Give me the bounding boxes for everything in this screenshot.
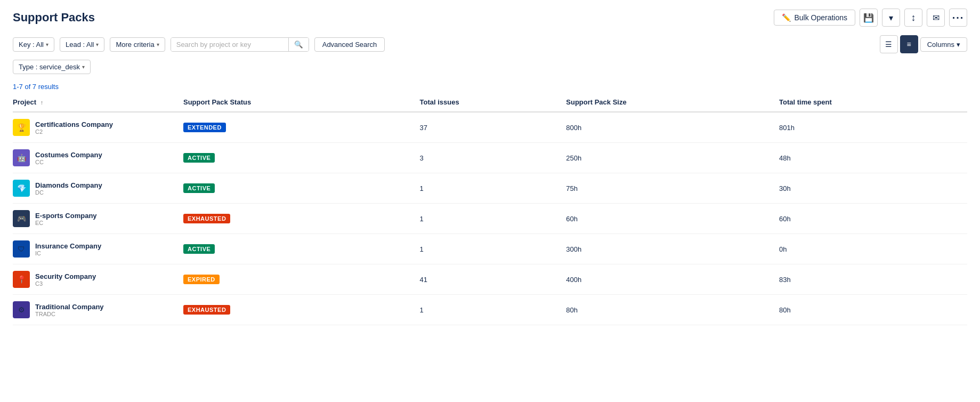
time-spent-cell: 60h xyxy=(779,204,967,234)
project-name[interactable]: Security Company xyxy=(35,272,96,280)
view-toggle: ☰ ≡ Columns ▾ xyxy=(880,35,967,53)
save-icon: 💾 xyxy=(863,13,874,23)
column-pack-size: Support Pack Size xyxy=(566,93,779,112)
type-filter[interactable]: Type : service_desk ▾ xyxy=(13,60,91,74)
save-button[interactable]: 💾 xyxy=(860,9,878,27)
status-badge: ACTIVE xyxy=(183,244,215,254)
header-actions: ✏️ Bulk Operations 💾 ▾ ↕ ✉ ··· xyxy=(774,9,967,27)
project-name[interactable]: Costumes Company xyxy=(35,151,102,159)
mail-button[interactable]: ✉ xyxy=(927,9,945,27)
page-header: Support Packs ✏️ Bulk Operations 💾 ▾ ↕ ✉… xyxy=(0,0,980,31)
pack-size-cell: 800h xyxy=(566,112,779,143)
table-row[interactable]: 🛡 Insurance Company IC ACTIVE 1 300h 0h xyxy=(13,234,967,264)
more-options-button[interactable]: ··· xyxy=(949,9,967,27)
project-key: IC xyxy=(35,250,101,256)
project-key: CC xyxy=(35,159,102,165)
more-criteria-label: More criteria xyxy=(116,41,154,49)
status-cell: ACTIVE xyxy=(183,234,420,264)
columns-chevron-icon: ▾ xyxy=(957,41,960,49)
more-criteria-filter[interactable]: More criteria ▾ xyxy=(110,37,165,52)
more-icon: ··· xyxy=(952,12,965,24)
time-spent-cell: 80h xyxy=(779,295,967,325)
column-total-issues: Total issues xyxy=(420,93,566,112)
project-info: Insurance Company IC xyxy=(35,242,101,256)
project-avatar: 📍 xyxy=(13,271,30,288)
results-count-label: 1-7 of 7 results xyxy=(13,83,59,91)
project-name[interactable]: E-sports Company xyxy=(35,212,97,220)
column-status-label: Support Pack Status xyxy=(183,98,251,106)
columns-label: Columns xyxy=(927,41,954,49)
total-issues-cell: 1 xyxy=(420,295,566,325)
search-button[interactable]: 🔍 xyxy=(288,38,309,51)
table-row[interactable]: 🤖 Costumes Company CC ACTIVE 3 250h 48h xyxy=(13,143,967,173)
project-key: C3 xyxy=(35,280,96,287)
status-cell: EXHAUSTED xyxy=(183,204,420,234)
project-key: DC xyxy=(35,189,102,196)
advanced-search-button[interactable]: Advanced Search xyxy=(314,37,385,52)
filters-row: Key : All ▾ Lead : All ▾ More criteria ▾… xyxy=(0,31,980,58)
sort-button[interactable]: ↕ xyxy=(904,9,922,27)
project-name[interactable]: Insurance Company xyxy=(35,242,101,250)
project-avatar: 🏆 xyxy=(13,119,30,136)
status-badge: ACTIVE xyxy=(183,153,215,163)
project-info: Diamonds Company DC xyxy=(35,181,102,196)
table-row[interactable]: ⚙ Traditional Company TRADC EXHAUSTED 1 … xyxy=(13,295,967,325)
pack-size-cell: 300h xyxy=(566,234,779,264)
project-avatar: 💎 xyxy=(13,180,30,197)
table-row[interactable]: 🏆 Certifications Company C2 EXTENDED 37 … xyxy=(13,112,967,143)
project-avatar: 🛡 xyxy=(13,240,30,258)
project-cell: 📍 Security Company C3 xyxy=(13,264,183,295)
project-info: Costumes Company CC xyxy=(35,151,102,165)
project-cell: 🎮 E-sports Company EC xyxy=(13,204,183,234)
search-icon: 🔍 xyxy=(294,41,303,49)
project-info: E-sports Company EC xyxy=(35,212,97,226)
project-key: C2 xyxy=(35,128,113,135)
search-input[interactable] xyxy=(171,38,288,51)
project-avatar: 🎮 xyxy=(13,210,30,227)
column-project-label: Project xyxy=(13,98,36,106)
pack-size-cell: 400h xyxy=(566,264,779,295)
mail-icon: ✉ xyxy=(933,13,939,23)
column-total-issues-label: Total issues xyxy=(420,98,459,106)
column-project: Project ↑ xyxy=(13,93,183,112)
project-cell: 🛡 Insurance Company IC xyxy=(13,234,183,264)
project-cell: 💎 Diamonds Company DC xyxy=(13,173,183,204)
pack-size-cell: 250h xyxy=(566,143,779,173)
column-time-spent-label: Total time spent xyxy=(779,98,832,106)
detail-view-button[interactable]: ≡ xyxy=(900,35,918,53)
lead-filter[interactable]: Lead : All ▾ xyxy=(60,37,105,52)
save-dropdown-button[interactable]: ▾ xyxy=(882,9,900,27)
type-chevron-icon: ▾ xyxy=(82,64,85,70)
total-issues-cell: 1 xyxy=(420,173,566,204)
detail-view-icon: ≡ xyxy=(907,40,911,49)
pack-size-cell: 75h xyxy=(566,173,779,204)
time-spent-cell: 48h xyxy=(779,143,967,173)
table-row[interactable]: 📍 Security Company C3 EXPIRED 41 400h 83… xyxy=(13,264,967,295)
key-filter-label: Key : All xyxy=(19,41,44,49)
project-cell: ⚙ Traditional Company TRADC xyxy=(13,295,183,325)
key-filter[interactable]: Key : All ▾ xyxy=(13,37,54,52)
search-box: 🔍 xyxy=(171,37,309,52)
columns-button[interactable]: Columns ▾ xyxy=(920,37,967,52)
project-name[interactable]: Traditional Company xyxy=(35,303,104,311)
bulk-operations-button[interactable]: ✏️ Bulk Operations xyxy=(774,10,855,26)
project-avatar: 🤖 xyxy=(13,149,30,166)
project-name[interactable]: Certifications Company xyxy=(35,120,113,128)
bulk-operations-label: Bulk Operations xyxy=(794,13,847,22)
status-badge: ACTIVE xyxy=(183,183,215,193)
list-view-button[interactable]: ☰ xyxy=(880,35,898,53)
status-cell: EXTENDED xyxy=(183,112,420,143)
more-criteria-chevron-icon: ▾ xyxy=(157,42,159,47)
time-spent-cell: 30h xyxy=(779,173,967,204)
projects-table: Project ↑ Support Pack Status Total issu… xyxy=(13,93,967,325)
page-title: Support Packs xyxy=(13,11,95,25)
type-row: Type : service_desk ▾ xyxy=(0,58,980,78)
project-name[interactable]: Diamonds Company xyxy=(35,181,102,189)
table-row[interactable]: 💎 Diamonds Company DC ACTIVE 1 75h 30h xyxy=(13,173,967,204)
type-filter-label: Type : service_desk xyxy=(19,63,80,71)
time-spent-cell: 801h xyxy=(779,112,967,143)
time-spent-cell: 83h xyxy=(779,264,967,295)
table-row[interactable]: 🎮 E-sports Company EC EXHAUSTED 1 60h 60… xyxy=(13,204,967,234)
sort-project-icon[interactable]: ↑ xyxy=(41,99,44,106)
column-pack-size-label: Support Pack Size xyxy=(566,98,626,106)
